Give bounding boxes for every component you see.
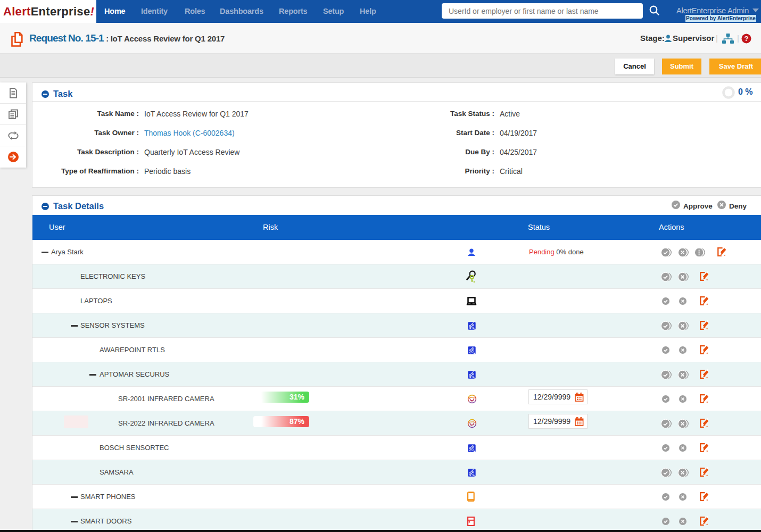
svg-text:?: ? (745, 35, 749, 43)
